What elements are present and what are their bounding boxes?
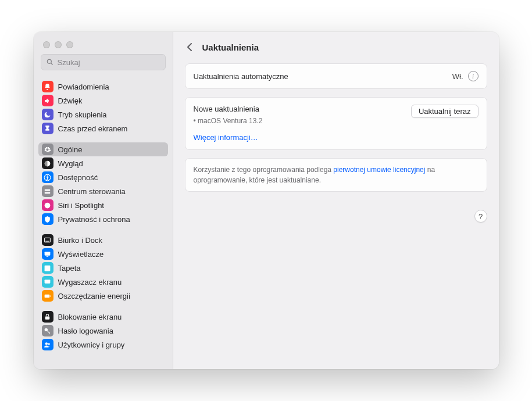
sidebar-item-label: Wygląd <box>58 159 83 168</box>
svg-point-19 <box>45 342 48 345</box>
license-link[interactable]: pierwotnej umowie licencyjnej <box>333 166 425 174</box>
wallpaper-icon <box>42 262 53 274</box>
sidebar-item-wygaszacz-ekranu[interactable]: Wygaszacz ekranu <box>38 275 168 289</box>
accessibility-icon <box>42 171 53 183</box>
sidebar-item-tryb-skupienia[interactable]: Tryb skupienia <box>38 108 168 121</box>
sidebar-item-label: Ogólne <box>58 145 83 154</box>
svg-point-7 <box>45 202 51 208</box>
sidebar-item-label: Dostępność <box>58 173 98 182</box>
sidebar-item-wygl-d[interactable]: Wygląd <box>38 156 168 170</box>
chevron-left-icon <box>187 42 192 52</box>
gear-icon <box>42 144 53 155</box>
legal-text: Korzystanie z tego oprogramowania podleg… <box>185 159 487 191</box>
sidebar-item-siri-i-spotlight[interactable]: Siri i Spotlight <box>38 198 168 212</box>
key-icon <box>42 325 53 336</box>
back-button[interactable] <box>183 40 197 54</box>
sidebar-item-has-o-logowania[interactable]: Hasło logowania <box>38 324 168 338</box>
sidebar-item-label: Powiadomienia <box>58 83 109 91</box>
svg-rect-11 <box>47 256 48 256</box>
appearance-icon <box>42 157 53 169</box>
sidebar-item-label: Hasło logowania <box>58 327 113 335</box>
info-icon[interactable]: i <box>468 71 479 81</box>
close-window-button[interactable] <box>43 41 50 48</box>
sidebar-item-biurko-i-dock[interactable]: Biurko i Dock <box>38 233 168 247</box>
legal-card: Korzystanie z tego oprogramowania podleg… <box>185 158 487 192</box>
svg-rect-10 <box>45 252 51 256</box>
auto-updates-card: Uaktualnienia automatyczne Wł. i <box>185 63 487 89</box>
sidebar-item-wy-wietlacze[interactable]: Wyświetlacze <box>38 247 168 261</box>
hand-icon <box>42 213 53 225</box>
minimize-window-button[interactable] <box>55 41 62 48</box>
sidebar-item-oszcz-dzanie-energii[interactable]: Oszczędzanie energii <box>38 289 168 303</box>
users-icon <box>42 339 53 350</box>
sidebar-item-label: Siri i Spotlight <box>58 201 104 210</box>
svg-point-4 <box>47 175 48 176</box>
siri-icon <box>42 199 53 211</box>
svg-rect-9 <box>45 241 49 241</box>
sidebar-item-d-wi-k[interactable]: Dźwięk <box>38 94 168 108</box>
window-controls <box>34 32 173 54</box>
screensaver-icon <box>42 276 53 288</box>
sidebar-item-czas-przed-ekranem[interactable]: Czas przed ekranem <box>38 121 168 135</box>
settings-window: PowiadomieniaDźwiękTryb skupieniaCzas pr… <box>34 32 499 369</box>
sidebar-item-blokowanie-ekranu[interactable]: Blokowanie ekranu <box>38 310 168 324</box>
sidebar-item-prywatno-i-ochrona[interactable]: Prywatność i ochrona <box>38 212 168 226</box>
zoom-window-button[interactable] <box>66 41 73 48</box>
auto-updates-row[interactable]: Uaktualnienia automatyczne Wł. i <box>185 64 487 88</box>
svg-rect-15 <box>45 294 50 297</box>
help-button[interactable]: ? <box>474 210 487 223</box>
auto-updates-status: Wł. <box>452 72 463 81</box>
update-item-label: macOS Ventura 13.2 <box>198 117 262 125</box>
sidebar-item-og-lne[interactable]: Ogólne <box>38 142 168 156</box>
svg-line-1 <box>51 63 52 65</box>
speaker-icon <box>42 95 53 106</box>
search-input[interactable] <box>58 58 160 67</box>
sidebar-item-tapeta[interactable]: Tapeta <box>38 261 168 275</box>
sidebar-item-label: Blokowanie ekranu <box>58 313 122 321</box>
sidebar-item-label: Tryb skupienia <box>58 110 107 119</box>
hourglass-icon <box>42 123 53 134</box>
sidebar-item-label: Prywatność i ochrona <box>58 215 130 224</box>
sidebar-item-label: Wygaszacz ekranu <box>58 278 122 287</box>
moon-icon <box>42 109 53 120</box>
update-now-button[interactable]: Uaktualnij teraz <box>411 105 479 118</box>
svg-point-20 <box>48 343 50 345</box>
sidebar: PowiadomieniaDźwiękTryb skupieniaCzas pr… <box>34 32 173 369</box>
update-item: • macOS Ventura 13.2 <box>194 117 263 125</box>
page-title: Uaktualnienia <box>202 42 259 52</box>
sidebar-list: PowiadomieniaDźwiękTryb skupieniaCzas pr… <box>34 76 173 369</box>
new-updates-card: Nowe uaktualnienia • macOS Ventura 13.2 … <box>185 97 487 150</box>
sidebar-item-label: Dźwięk <box>58 96 83 105</box>
bell-icon <box>42 81 53 92</box>
sidebar-item-label: Wyświetlacze <box>58 250 104 259</box>
sidebar-item-label: Centrum sterowania <box>58 187 126 196</box>
svg-rect-5 <box>45 189 51 191</box>
sidebar-item-label: Czas przed ekranem <box>58 124 128 133</box>
svg-rect-17 <box>45 316 50 319</box>
search-icon <box>46 58 54 66</box>
switches-icon <box>42 185 53 197</box>
display-icon <box>42 248 53 260</box>
sidebar-item-label: Użytkownicy i grupy <box>58 341 125 349</box>
new-updates-heading: Nowe uaktualnienia <box>194 105 263 113</box>
main-header: Uaktualnienia <box>173 32 499 61</box>
svg-rect-16 <box>50 295 51 296</box>
battery-icon <box>42 290 53 302</box>
svg-point-0 <box>47 59 51 63</box>
auto-updates-label: Uaktualnienia automatyczne <box>194 72 288 81</box>
legal-pre: Korzystanie z tego oprogramowania podleg… <box>194 166 334 174</box>
svg-point-13 <box>46 266 47 267</box>
search-field[interactable] <box>41 54 166 70</box>
sidebar-item-dost-pno-[interactable]: Dostępność <box>38 170 168 184</box>
sidebar-item-u-ytkownicy-i-grupy[interactable]: Użytkownicy i grupy <box>38 338 168 352</box>
sidebar-item-centrum-sterowania[interactable]: Centrum sterowania <box>38 184 168 198</box>
main-panel: Uaktualnienia Uaktualnienia automatyczne… <box>173 32 499 369</box>
sidebar-item-powiadomienia[interactable]: Powiadomienia <box>38 80 168 94</box>
sidebar-item-label: Oszczędzanie energii <box>58 292 130 300</box>
svg-rect-6 <box>45 192 51 194</box>
sidebar-item-label: Biurko i Dock <box>58 236 103 245</box>
content-area: Uaktualnienia automatyczne Wł. i Nowe ua… <box>173 61 499 212</box>
more-info-link[interactable]: Więcej informacji… <box>194 133 258 142</box>
lock-icon <box>42 311 53 323</box>
dock-icon <box>42 234 53 246</box>
